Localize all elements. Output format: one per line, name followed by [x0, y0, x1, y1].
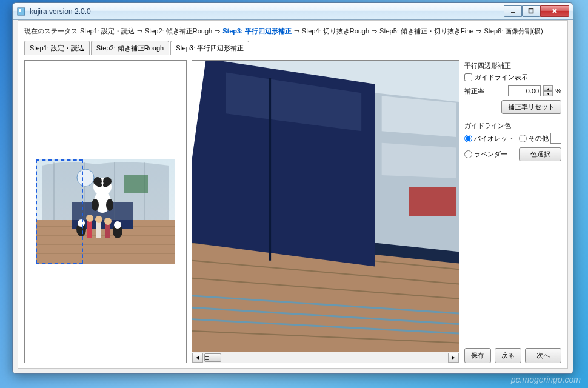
back-button[interactable]: 戻る	[495, 348, 521, 363]
arrow-icon: ⇒	[372, 27, 377, 35]
titlebar[interactable]: kujira version 2.0.0	[13, 3, 573, 20]
selection-rectangle[interactable]	[36, 159, 83, 264]
status-step-1: Step1: 設定・読込	[80, 27, 135, 36]
window-controls	[504, 6, 569, 17]
minimize-button[interactable]	[504, 5, 522, 17]
arrow-icon: ⇒	[476, 27, 481, 35]
tab-step3[interactable]: Step3: 平行四辺形補正	[170, 41, 249, 55]
svg-marker-50	[382, 96, 456, 137]
status-step-3: Step3: 平行四辺形補正	[222, 27, 292, 36]
close-button[interactable]	[540, 5, 569, 17]
maximize-button[interactable]	[522, 5, 540, 17]
tab-bar: Step1: 設定・読込 Step2: 傾き補正Rough Step3: 平行四…	[24, 41, 561, 55]
content-area: 現在のステータス Step1: 設定・読込 ⇒ Step2: 傾き補正Rough…	[18, 20, 568, 369]
scroll-left-button[interactable]: ◂	[192, 353, 203, 363]
tab-step2[interactable]: Step2: 傾き補正Rough	[91, 41, 169, 55]
svg-point-34	[114, 221, 121, 229]
app-window: kujira version 2.0.0 現在のステータス Step1: 設定・…	[12, 2, 573, 374]
svg-point-28	[95, 216, 102, 223]
svg-point-20	[97, 182, 102, 187]
next-button[interactable]: 次へ	[525, 348, 561, 363]
radio-violet-label: バイオレット	[474, 134, 514, 143]
svg-point-30	[104, 218, 112, 225]
arrow-icon: ⇒	[294, 27, 299, 35]
radio-lavender-label: ラベンダー	[474, 150, 507, 159]
svg-rect-3	[529, 9, 533, 13]
scroll-right-button[interactable]: ▸	[448, 353, 459, 363]
horizontal-scrollbar[interactable]: ◂ ≡ ▸	[192, 352, 459, 363]
svg-point-26	[86, 215, 93, 222]
svg-rect-27	[96, 221, 101, 238]
action-buttons: 保存 戻る 次へ	[464, 343, 561, 363]
percent-label: %	[555, 87, 561, 95]
status-step-4: Step4: 切り抜きRough	[302, 27, 369, 36]
spinner-down-button[interactable]: ▾	[543, 91, 553, 96]
guideline-color-label: ガイドライン色	[464, 121, 561, 130]
correction-rate-label: 補正率	[464, 87, 506, 96]
svg-point-24	[106, 199, 113, 211]
section-title: 平行四辺形補正	[464, 61, 561, 70]
status-step-6: Step6: 画像分割(横)	[484, 27, 543, 36]
correction-rate-input[interactable]	[508, 85, 541, 96]
window-title: kujira version 2.0.0	[30, 7, 504, 16]
arrow-icon: ⇒	[215, 27, 220, 35]
app-icon	[16, 7, 26, 16]
arrow-icon: ⇒	[137, 27, 142, 35]
radio-other-label: その他	[529, 134, 549, 143]
reset-correction-button[interactable]: 補正率リセット	[501, 100, 561, 114]
status-label: 現在のステータス	[24, 27, 78, 36]
svg-rect-36	[124, 175, 148, 193]
settings-panel: 平行四辺形補正 ガイドライン表示 補正率 ▴ ▾ %	[464, 60, 561, 363]
color-swatch[interactable]	[550, 133, 561, 144]
radio-violet[interactable]	[464, 135, 472, 142]
main-area: ◂ ≡ ▸ 平行四辺形補正 ガイドライン表示 補正率	[24, 55, 561, 363]
guideline-checkbox[interactable]	[464, 73, 472, 81]
status-step-2: Step2: 傾き補正Rough	[145, 27, 212, 36]
save-button[interactable]: 保存	[464, 348, 491, 363]
correction-rate-spinner[interactable]: ▴ ▾	[543, 85, 553, 96]
preview-pane[interactable]: ◂ ≡ ▸	[192, 60, 459, 363]
spinner-up-button[interactable]: ▴	[543, 85, 553, 91]
guideline-checkbox-label: ガイドライン表示	[475, 73, 528, 82]
thumbnail-pane[interactable]	[24, 60, 187, 363]
radio-other[interactable]	[519, 135, 527, 142]
svg-marker-51	[382, 143, 456, 178]
tab-step1[interactable]: Step1: 設定・読込	[24, 41, 90, 55]
color-select-button[interactable]: 色選択	[519, 147, 561, 161]
status-step-5: Step5: 傾き補正・切り抜きFine	[379, 27, 473, 36]
svg-rect-29	[105, 223, 110, 238]
svg-point-23	[92, 199, 99, 211]
scroll-thumb[interactable]: ≡	[204, 353, 221, 362]
watermark: pc.mogeringo.com	[511, 375, 581, 384]
status-bar: 現在のステータス Step1: 設定・読込 ⇒ Step2: 傾き補正Rough…	[24, 25, 561, 41]
radio-lavender[interactable]	[464, 150, 472, 158]
svg-rect-52	[409, 187, 456, 216]
preview-image	[192, 61, 459, 352]
thumbnail-image	[36, 159, 175, 264]
svg-point-21	[103, 182, 108, 187]
svg-rect-1	[19, 9, 21, 12]
svg-rect-25	[87, 220, 92, 238]
